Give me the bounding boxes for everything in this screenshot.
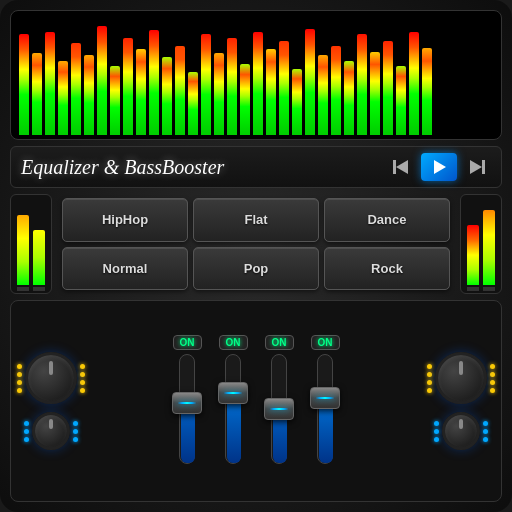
preset-flat[interactable]: Flat — [193, 198, 319, 242]
eq-bar-6 — [97, 26, 107, 135]
prev-button[interactable] — [387, 153, 415, 181]
eq-bar-23 — [318, 55, 328, 135]
play-button[interactable] — [421, 153, 457, 181]
left-bottom-knob[interactable] — [32, 412, 70, 450]
app-title: Equalizer & BassBooster — [21, 156, 224, 179]
preset-normal[interactable]: Normal — [62, 247, 188, 291]
fader-track-3 — [271, 354, 287, 464]
eq-bar-21 — [292, 69, 302, 135]
svg-marker-2 — [434, 160, 446, 174]
eq-bar-24 — [331, 46, 341, 135]
eq-bar-12 — [175, 46, 185, 135]
left-meters — [10, 194, 52, 294]
eq-bar-20 — [279, 41, 289, 135]
mixer-section: ON ON ON — [10, 300, 502, 502]
eq-bar-18 — [253, 32, 263, 135]
fader-track-2 — [225, 354, 241, 464]
svg-marker-1 — [396, 160, 408, 174]
app-container: Equalizer & BassBooster — [0, 0, 512, 512]
eq-visualizer — [10, 10, 502, 140]
eq-bar-25 — [344, 61, 354, 135]
on-badge-1[interactable]: ON — [173, 335, 202, 350]
eq-bar-10 — [149, 30, 159, 135]
on-badge-2[interactable]: ON — [219, 335, 248, 350]
fader-handle-1[interactable] — [172, 392, 202, 414]
right-knob-container — [427, 352, 495, 450]
eq-bar-26 — [357, 34, 367, 135]
eq-bar-22 — [305, 29, 315, 135]
right-bottom-knob[interactable] — [442, 412, 480, 450]
fader-handle-4[interactable] — [310, 387, 340, 409]
eq-bar-7 — [110, 66, 120, 135]
right-meters — [460, 194, 502, 294]
eq-bar-15 — [214, 53, 224, 135]
fader-channel-4: ON — [307, 335, 343, 464]
left-knob-container — [17, 352, 85, 450]
eq-bar-5 — [84, 55, 94, 135]
header-controls — [387, 153, 491, 181]
fader-channel-2: ON — [215, 335, 251, 464]
preset-dance[interactable]: Dance — [324, 198, 450, 242]
fader-handle-3[interactable] — [264, 398, 294, 420]
preset-pop[interactable]: Pop — [193, 247, 319, 291]
fader-handle-2[interactable] — [218, 382, 248, 404]
eq-bar-13 — [188, 72, 198, 135]
next-button[interactable] — [463, 153, 491, 181]
preset-hiphop[interactable]: HipHop — [62, 198, 188, 242]
eq-bar-8 — [123, 38, 133, 135]
eq-bar-4 — [71, 43, 81, 135]
eq-bar-29 — [396, 66, 406, 135]
eq-bar-17 — [240, 64, 250, 135]
eq-bar-11 — [162, 57, 172, 135]
svg-rect-3 — [482, 160, 485, 174]
faders-area: ON ON ON — [91, 335, 421, 468]
header: Equalizer & BassBooster — [10, 146, 502, 188]
svg-marker-4 — [470, 160, 482, 174]
eq-bar-9 — [136, 49, 146, 135]
eq-bar-28 — [383, 41, 393, 135]
preset-rock[interactable]: Rock — [324, 247, 450, 291]
fader-channel-1: ON — [169, 335, 205, 464]
middle-section: HipHop Flat Dance Normal Pop Rock — [10, 194, 502, 294]
eq-bar-27 — [370, 52, 380, 135]
eq-bar-0 — [19, 34, 29, 135]
eq-bar-31 — [422, 48, 432, 135]
fader-track-4 — [317, 354, 333, 464]
eq-bar-19 — [266, 49, 276, 135]
left-top-knob[interactable] — [25, 352, 77, 404]
eq-bar-1 — [32, 53, 42, 135]
on-badge-3[interactable]: ON — [265, 335, 294, 350]
eq-bar-16 — [227, 38, 237, 135]
eq-bar-3 — [58, 61, 68, 135]
eq-bar-2 — [45, 32, 55, 135]
fader-channel-3: ON — [261, 335, 297, 464]
svg-rect-0 — [393, 160, 396, 174]
fader-track-1 — [179, 354, 195, 464]
eq-bar-14 — [201, 34, 211, 135]
preset-grid: HipHop Flat Dance Normal Pop Rock — [58, 194, 454, 294]
eq-bar-30 — [409, 32, 419, 135]
right-top-knob[interactable] — [435, 352, 487, 404]
on-badge-4[interactable]: ON — [311, 335, 340, 350]
